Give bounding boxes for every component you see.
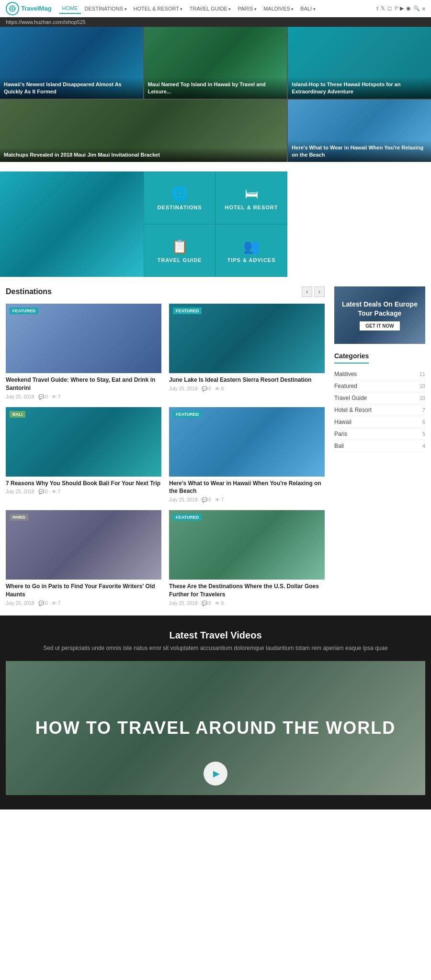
card-6-views: 👁 8 bbox=[215, 601, 224, 606]
cat-tips-label: TIPS & ADVICES bbox=[227, 257, 276, 263]
card-6-image: Featured bbox=[169, 510, 325, 580]
globe-icon: 🌐 bbox=[171, 186, 188, 202]
cat-hawaii-item[interactable]: Hawaii 6 bbox=[334, 416, 425, 428]
card-4-views: 👁 7 bbox=[215, 497, 224, 502]
cat-destinations[interactable]: 🌐 DESTINATIONS bbox=[144, 171, 216, 224]
nav-hotel-resort[interactable]: HOTEL & RESORT bbox=[131, 4, 186, 13]
nav-maldives[interactable]: MALDIVES bbox=[261, 4, 296, 13]
card-4-date: July 25, 2018 bbox=[169, 497, 198, 502]
hero-item-4[interactable]: Matchups Revealed in 2018 Maui Jim Maui … bbox=[0, 100, 287, 162]
card-3-meta: July 25, 2018 💬 0 👁 7 bbox=[6, 489, 161, 494]
cat-hotel-resort[interactable]: 🛏 HOTEL & RESORT bbox=[216, 171, 287, 224]
hero-grid: Hawaii's Newest Island Disappeared Almos… bbox=[0, 27, 431, 162]
card-6-title: These Are the Destinations Where the U.S… bbox=[169, 582, 325, 599]
cat-bali-item[interactable]: Bali 4 bbox=[334, 440, 425, 452]
category-image bbox=[0, 171, 144, 277]
card-grid: Featured Weekend Travel Guide: Where to … bbox=[6, 304, 325, 606]
card-4-comments: 💬 0 bbox=[202, 497, 211, 502]
card-2-badge: Featured bbox=[173, 308, 202, 314]
twitter-icon[interactable]: 𝕏 bbox=[381, 5, 385, 11]
card-2-meta: July 25, 2018 💬 0 👁 8 bbox=[169, 386, 325, 391]
card-2[interactable]: Featured June Lake Is Ideal Eastern Sier… bbox=[169, 304, 325, 399]
prev-arrow[interactable]: ‹ bbox=[302, 286, 312, 297]
card-3-image: Bali bbox=[6, 407, 161, 477]
card-5-comments: 💬 0 bbox=[38, 601, 48, 606]
pinterest-icon[interactable]: 𝓟 bbox=[394, 5, 397, 11]
video-section-subtitle: Sed ut perspiciatis unde omnis iste natu… bbox=[6, 645, 425, 651]
cat-paris-item[interactable]: Paris 5 bbox=[334, 428, 425, 440]
video-player[interactable]: HOW TO TRAVEL AROUND THE WORLD bbox=[6, 661, 425, 795]
cat-travel-guide[interactable]: 📋 TRAVEL GUIDE bbox=[144, 224, 216, 277]
menu-icon[interactable]: ≡ bbox=[422, 6, 425, 11]
cat-tips-advices[interactable]: 👥 TIPS & ADVICES bbox=[216, 224, 287, 277]
destinations-main: Destinations ‹ › Featured Weekend Travel… bbox=[6, 286, 325, 606]
card-1-views: 👁 7 bbox=[52, 394, 60, 399]
section-header: Destinations ‹ › bbox=[6, 286, 325, 297]
card-5-badge: Paris bbox=[10, 514, 28, 521]
card-3-comments: 💬 0 bbox=[38, 489, 48, 494]
cat-travel-guide-item[interactable]: Travel Guide 10 bbox=[334, 392, 425, 404]
card-4[interactable]: Featured Here's What to Wear in Hawaii W… bbox=[169, 407, 325, 503]
search-icon[interactable]: 🔍 bbox=[413, 5, 420, 11]
card-1-meta: July 25, 2018 💬 0 👁 7 bbox=[6, 394, 161, 399]
category-section: 🌐 DESTINATIONS 🛏 HOTEL & RESORT 📋 TRAVEL… bbox=[0, 171, 431, 277]
instagram-icon[interactable]: ◻ bbox=[387, 5, 392, 11]
card-1-image: Featured bbox=[6, 304, 161, 373]
card-3[interactable]: Bali 7 Reasons Why You Should Book Bali … bbox=[6, 407, 161, 503]
hero-title-2: Maui Named Top Island in Hawaii by Trave… bbox=[148, 81, 284, 95]
hero-title-3: Island-Hop to These Hawaii Hotspots for … bbox=[292, 81, 427, 95]
card-5-meta: July 25, 2018 💬 0 👁 7 bbox=[6, 601, 161, 606]
category-grid: 🌐 DESTINATIONS 🛏 HOTEL & RESORT 📋 TRAVEL… bbox=[144, 171, 287, 277]
card-6-date: July 25, 2018 bbox=[169, 601, 198, 606]
facebook-icon[interactable]: f bbox=[377, 6, 378, 11]
rss-icon[interactable]: ◉ bbox=[406, 5, 411, 11]
card-2-comments: 💬 0 bbox=[202, 386, 211, 391]
nav-paris[interactable]: PARIS bbox=[235, 4, 260, 13]
card-5-image: Paris bbox=[6, 510, 161, 580]
card-5[interactable]: Paris Where to Go in Paris to Find Your … bbox=[6, 510, 161, 606]
card-3-views: 👁 7 bbox=[52, 489, 60, 494]
hero-item-5[interactable]: Here's What to Wear in Hawaii When You'r… bbox=[288, 100, 431, 162]
youtube-icon[interactable]: ▶ bbox=[400, 5, 404, 11]
section-title: Destinations bbox=[6, 287, 52, 296]
nav-bali[interactable]: BALI bbox=[297, 4, 318, 13]
card-1[interactable]: Featured Weekend Travel Guide: Where to … bbox=[6, 304, 161, 399]
cat-featured[interactable]: Featured 10 bbox=[334, 380, 425, 392]
card-6[interactable]: Featured These Are the Destinations Wher… bbox=[169, 510, 325, 606]
hero-item-2[interactable]: Maui Named Top Island in Hawaii by Trave… bbox=[144, 27, 287, 99]
social-links: f 𝕏 ◻ 𝓟 ▶ ◉ 🔍 ≡ bbox=[377, 5, 425, 11]
nav-travel-guide[interactable]: TRAVEL GUIDE bbox=[186, 4, 234, 13]
bed-icon: 🛏 bbox=[245, 186, 258, 202]
card-3-title: 7 Reasons Why You Should Book Bali For Y… bbox=[6, 479, 161, 488]
video-section-title: Latest Travel Videos bbox=[6, 630, 425, 641]
card-4-meta: July 25, 2018 💬 0 👁 7 bbox=[169, 497, 325, 502]
logo-text: TravelMag bbox=[21, 5, 52, 12]
categories-title: Categories bbox=[334, 352, 369, 364]
card-1-title: Weekend Travel Guide: Where to Stay, Eat… bbox=[6, 376, 161, 392]
hero-item-3[interactable]: Island-Hop to These Hawaii Hotspots for … bbox=[288, 27, 431, 99]
cat-hotel-resort-item[interactable]: Hotel & Resort 7 bbox=[334, 404, 425, 416]
nav-destinations[interactable]: DESTINATIONS bbox=[82, 4, 130, 13]
cat-hotel-label: HOTEL & RESORT bbox=[225, 205, 278, 210]
card-6-badge: Featured bbox=[173, 514, 202, 521]
hero-item-1[interactable]: Hawaii's Newest Island Disappeared Almos… bbox=[0, 27, 143, 99]
categories-widget: Categories Maldives 11 Featured 10 Trave… bbox=[334, 352, 425, 452]
sidebar-deal-btn[interactable]: GET IT NOW bbox=[360, 321, 399, 330]
hero-title-1: Hawaii's Newest Island Disappeared Almos… bbox=[4, 81, 139, 95]
nav-links: HOME DESTINATIONS HOTEL & RESORT TRAVEL … bbox=[59, 3, 377, 14]
categories-list: Maldives 11 Featured 10 Travel Guide 10 … bbox=[334, 368, 425, 452]
card-3-badge: Bali bbox=[10, 411, 25, 418]
video-play-button[interactable] bbox=[204, 762, 227, 786]
card-1-badge: Featured bbox=[10, 308, 38, 314]
cat-maldives[interactable]: Maldives 11 bbox=[334, 368, 425, 380]
card-4-title: Here's What to Wear in Hawaii When You'r… bbox=[169, 479, 325, 496]
logo[interactable]: TravelMag bbox=[6, 2, 52, 15]
next-arrow[interactable]: › bbox=[314, 286, 325, 297]
card-1-date: July 25, 2018 bbox=[6, 394, 34, 399]
nav-home[interactable]: HOME bbox=[59, 3, 81, 14]
sidebar-deal-title: Latest Deals On Europe Tour Package bbox=[339, 300, 420, 317]
address-bar: https://www.huzhan.com/ishop525 bbox=[0, 17, 431, 27]
card-3-date: July 25, 2018 bbox=[6, 489, 34, 494]
hero-title-4: Matchups Revealed in 2018 Maui Jim Maui … bbox=[4, 151, 283, 158]
card-4-image: Featured bbox=[169, 407, 325, 477]
